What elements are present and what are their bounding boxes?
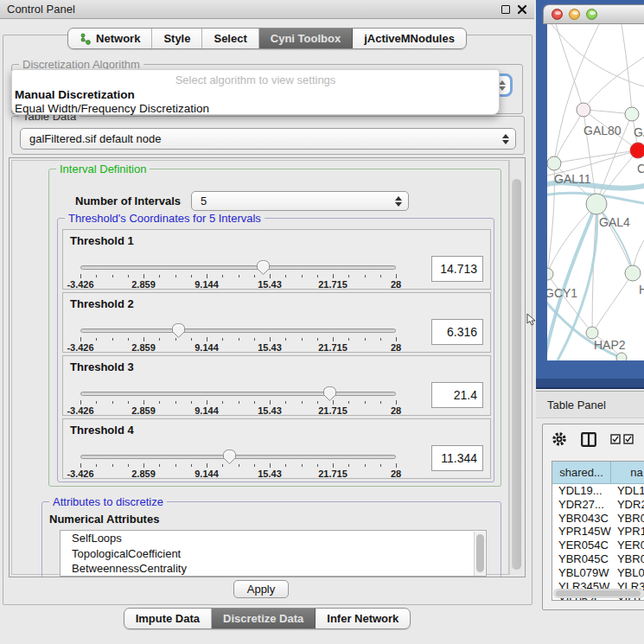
network-node[interactable]: [616, 353, 627, 360]
slider-tick: [380, 338, 381, 341]
table-row[interactable]: YBR043CYBR0: [552, 512, 644, 526]
slider-thumb[interactable]: [171, 322, 186, 339]
tab-style[interactable]: Style: [152, 29, 202, 48]
table-cell[interactable]: YBR0: [611, 512, 644, 526]
close-icon[interactable]: [517, 4, 527, 15]
slider-tick: [396, 337, 397, 341]
threshold-slider[interactable]: -3.4262.8599.14415.4321.71528: [80, 259, 399, 289]
slider-thumb[interactable]: [322, 386, 337, 402]
network-node[interactable]: [547, 268, 553, 280]
checkbox-icon[interactable]: [610, 434, 621, 444]
slider-track[interactable]: [80, 455, 396, 459]
table-row[interactable]: YPR145WYPR1: [552, 525, 644, 539]
table-row[interactable]: YBR045CYBR0: [552, 552, 644, 566]
threshold-slider[interactable]: -3.4262.8599.14415.4321.71528: [80, 386, 399, 415]
algorithm-menu-item[interactable]: Equal Width/Frequency Discretization: [15, 102, 209, 115]
tab-network[interactable]: Network: [68, 29, 152, 48]
slider-track[interactable]: [80, 328, 396, 333]
tab-impute-data[interactable]: Impute Data: [124, 609, 212, 628]
network-node[interactable]: [586, 327, 598, 339]
slider-tick: [222, 338, 223, 341]
tab-select[interactable]: Select: [202, 29, 258, 48]
traffic-light-minimize-icon[interactable]: [569, 9, 580, 20]
network-edge[interactable]: [554, 24, 599, 163]
traffic-light-close-icon[interactable]: [552, 9, 563, 20]
network-edge[interactable]: [596, 204, 633, 273]
slider-tick: [207, 337, 207, 341]
attribute-list-item[interactable]: SelfLoops: [61, 531, 486, 546]
threshold-value-field[interactable]: 11.344: [431, 445, 483, 471]
tab-infer-network[interactable]: Infer Network: [316, 609, 410, 628]
threshold-slider[interactable]: -3.4262.8599.14415.4321.71528: [80, 449, 399, 478]
float-window-icon[interactable]: [501, 5, 510, 14]
network-node[interactable]: [625, 107, 639, 121]
threshold-value-field[interactable]: 21.4: [431, 382, 483, 408]
tab-cyni-toolbox[interactable]: Cyni Toolbox: [259, 29, 353, 48]
table-row[interactable]: YER054CYER0: [552, 539, 644, 552]
table-cell[interactable]: YBL079W: [552, 566, 611, 580]
table-hscrollbar[interactable]: [553, 589, 644, 598]
network-canvas[interactable]: GAL80GACGAL11GAL4GCY1HHAP2: [547, 24, 644, 360]
gear-icon[interactable]: [552, 431, 567, 447]
threshold-value-field[interactable]: 6.316: [431, 319, 483, 345]
network-node[interactable]: [577, 103, 590, 117]
stepper-arrows-icon[interactable]: [499, 80, 506, 91]
table-row[interactable]: YDL19...YDL1: [552, 484, 644, 498]
algorithm-menu-item[interactable]: Manual Discretization: [15, 88, 135, 101]
table-cell[interactable]: YDR2: [611, 498, 644, 512]
table-cell[interactable]: YER0: [611, 539, 644, 552]
stepper-arrows-icon[interactable]: [502, 134, 509, 144]
network-edge[interactable]: [554, 150, 638, 163]
tab-discretize-data[interactable]: Discretize Data: [212, 609, 316, 628]
split-view-icon[interactable]: [581, 432, 596, 447]
slider-track[interactable]: [80, 392, 396, 396]
table-column-header[interactable]: na: [611, 462, 644, 484]
tab-jactivemnodules[interactable]: jActiveMNodules: [353, 29, 466, 48]
scrollbar-thumb[interactable]: [512, 179, 521, 570]
algorithm-placeholder-item[interactable]: Select algorithm to view settings: [12, 73, 499, 86]
table-row[interactable]: YDR27...YDR2: [552, 498, 644, 512]
network-node[interactable]: [547, 156, 561, 170]
table-cell[interactable]: YPR145W: [552, 525, 611, 539]
table-cell[interactable]: YDR27...: [552, 498, 611, 512]
table-cell[interactable]: YPR1: [611, 525, 644, 539]
network-node[interactable]: [625, 265, 641, 281]
slider-track[interactable]: [80, 265, 396, 270]
threshold-value-field[interactable]: 14.713: [431, 256, 483, 282]
attribute-list-item[interactable]: TopologicalCoefficient: [61, 546, 486, 562]
network-node[interactable]: [630, 143, 644, 158]
table-column-header[interactable]: shared...: [552, 462, 611, 484]
network-node[interactable]: [586, 194, 607, 214]
table-cell[interactable]: YDL19...: [552, 484, 611, 498]
table-data-combobox[interactable]: galFiltered.sif default node: [20, 128, 516, 150]
traffic-light-zoom-icon[interactable]: [586, 9, 597, 20]
attribute-list-item[interactable]: BetweennessCentrality: [61, 561, 486, 577]
slider-tick: [365, 401, 366, 404]
scrollbar-thumb[interactable]: [476, 534, 484, 572]
table-cell[interactable]: YBR043C: [552, 512, 611, 526]
settings-scrollbar[interactable]: [509, 160, 523, 575]
table-cell[interactable]: YDL1: [611, 484, 644, 498]
num-intervals-combobox[interactable]: 5: [191, 191, 409, 211]
node-attribute-table[interactable]: shared...na YDL19...YDL1YDR27...YDR2YBR0…: [552, 461, 644, 601]
slider-thumb[interactable]: [222, 449, 237, 465]
scrollbar-thumb[interactable]: [556, 590, 641, 596]
slider-tick: [143, 463, 144, 468]
slider-tick-label: -3.426: [67, 405, 93, 416]
network-edge[interactable]: [596, 204, 633, 273]
list-scrollbar[interactable]: [474, 532, 485, 577]
table-row[interactable]: YBL079WYBL0: [552, 566, 644, 580]
table-cell[interactable]: YBR0: [611, 552, 644, 566]
checkbox-icon[interactable]: [623, 434, 634, 444]
table-cell[interactable]: YBR045C: [552, 552, 611, 566]
table-cell[interactable]: YER054C: [552, 539, 611, 552]
stepper-arrows-icon[interactable]: [395, 196, 402, 207]
slider-tick: [317, 338, 318, 341]
table-cell[interactable]: YBL0: [611, 566, 644, 580]
network-edge[interactable]: [592, 273, 633, 333]
apply-button[interactable]: Apply: [233, 580, 289, 598]
threshold-slider[interactable]: -3.4262.8599.14415.4321.71528: [80, 322, 399, 352]
slider-tick-label: 2.859: [131, 342, 156, 353]
numerical-attributes-list[interactable]: SelfLoopsTopologicalCoefficientBetweenne…: [60, 530, 487, 577]
slider-thumb[interactable]: [256, 259, 271, 276]
